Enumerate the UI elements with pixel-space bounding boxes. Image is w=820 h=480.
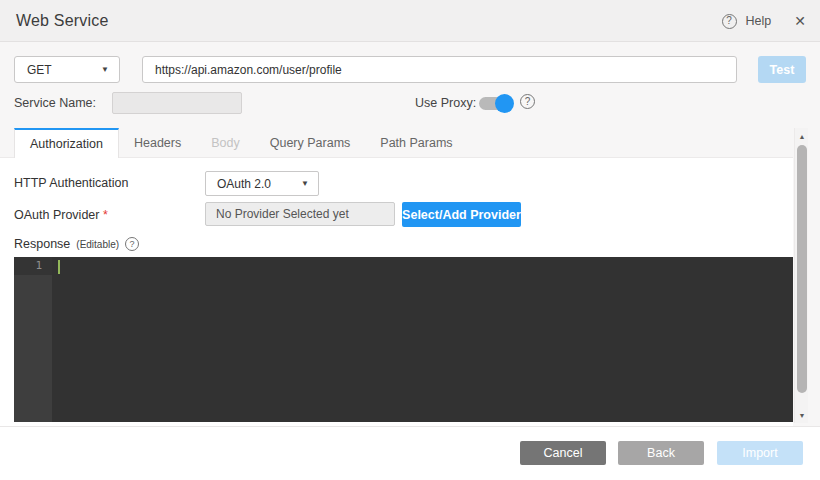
close-icon[interactable]: ✕ — [794, 13, 806, 29]
import-button[interactable]: Import — [717, 441, 803, 465]
tab-path-params[interactable]: Path Params — [365, 128, 467, 157]
test-button[interactable]: Test — [758, 56, 806, 83]
http-method-select[interactable]: GET ▼ — [14, 56, 120, 83]
editor-gutter: 1 — [14, 257, 52, 422]
service-name-label: Service Name: — [14, 96, 96, 110]
response-help-icon[interactable]: ? — [125, 237, 139, 251]
back-button[interactable]: Back — [618, 441, 704, 465]
tab-bar: Authorization Headers Body Query Params … — [0, 128, 793, 158]
http-authentication-select[interactable]: OAuth 2.0 ▼ — [205, 171, 319, 196]
line-number: 1 — [14, 257, 52, 275]
authorization-panel: HTTP Authentication OAuth 2.0 ▼ OAuth Pr… — [0, 158, 793, 426]
tab-authorization[interactable]: Authorization — [14, 128, 119, 158]
http-method-value: GET — [27, 63, 52, 77]
oauth-provider-field: No Provider Selected yet — [205, 202, 395, 226]
help-icon[interactable]: ? — [722, 14, 737, 29]
dialog-footer: Cancel Back Import — [0, 426, 820, 480]
toggle-knob — [495, 94, 514, 113]
help-link[interactable]: Help — [746, 14, 772, 28]
header-actions: ? Help ✕ — [722, 0, 806, 42]
cancel-button[interactable]: Cancel — [520, 441, 606, 465]
oauth-provider-label-text: OAuth Provider — [14, 208, 99, 222]
vertical-scrollbar[interactable]: ▲ ▼ — [794, 128, 808, 423]
use-proxy-label: Use Proxy: — [415, 96, 476, 110]
response-editor[interactable]: 1 — [14, 257, 793, 422]
response-label: Response — [14, 237, 70, 251]
http-authentication-label: HTTP Authentication — [14, 176, 128, 190]
chevron-down-icon: ▼ — [101, 65, 109, 74]
response-label-row: Response (Editable) ? — [14, 237, 139, 251]
http-authentication-value: OAuth 2.0 — [217, 177, 271, 191]
url-input[interactable] — [142, 56, 737, 83]
required-asterisk: * — [103, 208, 108, 222]
dialog-header: Web Service ? Help ✕ — [0, 0, 820, 42]
response-editable-note: (Editable) — [76, 239, 119, 250]
tab-headers[interactable]: Headers — [119, 128, 196, 157]
service-name-input[interactable] — [112, 92, 242, 114]
oauth-provider-value: No Provider Selected yet — [216, 207, 349, 221]
text-cursor — [58, 260, 60, 274]
scroll-up-icon[interactable]: ▲ — [795, 129, 809, 143]
tab-query-params[interactable]: Query Params — [255, 128, 366, 157]
proxy-help-icon[interactable]: ? — [520, 94, 535, 109]
page-title: Web Service — [16, 12, 109, 30]
scroll-down-icon[interactable]: ▼ — [795, 408, 809, 422]
oauth-provider-label: OAuth Provider * — [14, 208, 108, 222]
tab-body[interactable]: Body — [196, 128, 255, 157]
web-service-dialog: Web Service ? Help ✕ GET ▼ Test Service … — [0, 0, 820, 480]
editor-code-area[interactable] — [52, 257, 793, 422]
scrollbar-thumb[interactable] — [797, 145, 807, 393]
select-add-provider-button[interactable]: Select/Add Provider — [402, 202, 521, 227]
chevron-down-icon: ▼ — [301, 179, 309, 188]
use-proxy-toggle[interactable] — [479, 97, 512, 110]
